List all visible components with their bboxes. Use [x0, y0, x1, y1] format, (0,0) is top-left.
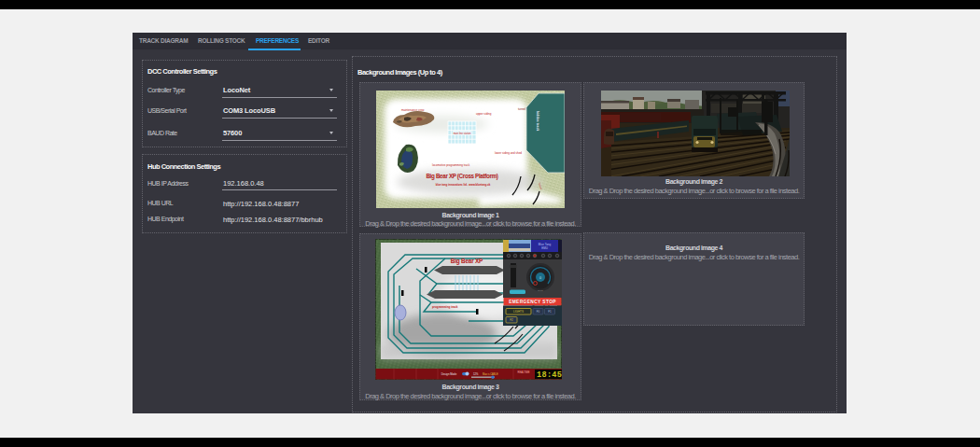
svg-text:F1: F1 — [548, 310, 552, 314]
svg-text:12%: 12% — [473, 372, 479, 376]
svg-text:speed: speed — [538, 289, 542, 291]
svg-text:hidden track: hidden track — [536, 111, 539, 131]
svg-text:REALTIME: REALTIME — [518, 370, 530, 374]
svg-text:EMERGENCY STOP: EMERGENCY STOP — [509, 300, 556, 304]
svg-text:Big Bear XP (Cross Platform): Big Bear XP (Cross Platform) — [426, 173, 497, 180]
svg-text:F2: F2 — [510, 318, 513, 322]
svg-text:maintenance crew: maintenance crew — [401, 108, 425, 112]
svg-text:Blue Tang: Blue Tang — [539, 243, 552, 246]
svg-text:Design Mode: Design Mode — [441, 372, 457, 376]
svg-text:tunnel: tunnel — [518, 107, 526, 111]
svg-text:Big Bear XP: Big Bear XP — [451, 258, 483, 265]
svg-text:lower siding and shed: lower siding and shed — [495, 151, 522, 155]
svg-text:blue tang innovations ltd - ww: blue tang innovations ltd - www.bluetang… — [436, 183, 491, 187]
svg-text:locomotive programming track: locomotive programming track — [432, 163, 470, 167]
svg-text:Max is CABLE: Max is CABLE — [483, 372, 498, 376]
svg-text:0: 0 — [539, 276, 541, 280]
svg-text:main line station: main line station — [454, 132, 471, 135]
svg-text:upper siding: upper siding — [476, 112, 492, 116]
svg-text:programming track: programming track — [432, 305, 458, 309]
svg-text:LIGHTS: LIGHTS — [513, 310, 524, 314]
svg-text:EMU: EMU — [541, 246, 548, 250]
svg-text:F0: F0 — [537, 310, 540, 314]
svg-text:18:45: 18:45 — [537, 370, 562, 380]
